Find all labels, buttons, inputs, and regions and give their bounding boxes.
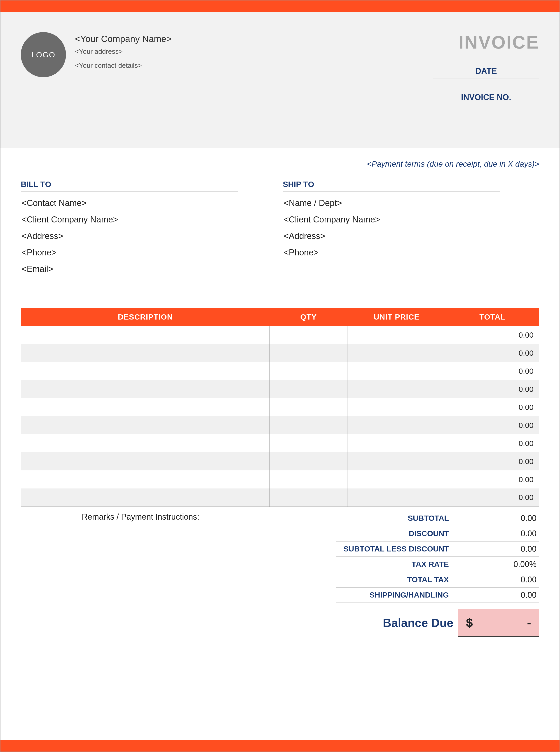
company-name: <Your Company Name> [75,34,172,44]
cell-total: 0.00 [446,398,539,416]
subtotal-label: SUBTOTAL [336,514,458,523]
bill-to-contact-name: <Contact Name> [21,198,238,208]
table-row: 0.00 [21,488,539,507]
ship-to-name: <Name / Dept> [283,198,500,208]
cell-total: 0.00 [446,452,539,470]
ship-to-address: <Address> [283,231,500,241]
col-total: TOTAL [446,308,539,326]
bottom-accent-bar [0,740,560,752]
totals-block: SUBTOTAL 0.00 DISCOUNT 0.00 SUBTOTAL LES… [336,511,539,636]
bill-to-heading: BILL TO [21,180,238,191]
cell-qty [270,398,347,416]
subtotal-less-discount-label: SUBTOTAL LESS DISCOUNT [336,545,458,553]
table-row: 0.00 [21,398,539,416]
tax-rate-label: TAX RATE [336,560,458,569]
cell-qty [270,470,347,488]
cell-description [21,452,270,470]
cell-unit-price [347,326,446,344]
col-qty: QTY [270,308,347,326]
shipping-row: SHIPPING/HANDLING 0.00 [336,588,539,603]
ship-to-phone: <Phone> [283,248,500,258]
balance-currency: $ [466,616,473,630]
cell-qty [270,488,347,507]
balance-label: Balance Due [336,616,458,630]
invoice-meta-block: INVOICE DATE INVOICE NO. [433,32,539,119]
cell-unit-price [347,488,446,507]
cell-description [21,398,270,416]
balance-value: - [527,616,531,630]
cell-qty [270,434,347,452]
cell-qty [270,380,347,398]
top-accent-bar [0,0,560,12]
cell-unit-price [347,380,446,398]
subtotal-less-discount-row: SUBTOTAL LESS DISCOUNT 0.00 [336,542,539,557]
cell-total: 0.00 [446,380,539,398]
remarks-label: Remarks / Payment Instructions: [21,511,336,636]
cell-total: 0.00 [446,416,539,434]
cell-qty [270,344,347,362]
cell-qty [270,362,347,380]
bill-to-phone: <Phone> [21,248,238,258]
cell-total: 0.00 [446,344,539,362]
cell-description [21,470,270,488]
items-header-row: DESCRIPTION QTY UNIT PRICE TOTAL [21,308,539,326]
bill-to-block: BILL TO <Contact Name> <Client Company N… [21,180,238,281]
cell-unit-price [347,398,446,416]
subtotal-value: 0.00 [458,513,539,523]
total-tax-row: TOTAL TAX 0.00 [336,572,539,588]
invoice-no-label: INVOICE NO. [433,93,539,105]
cell-qty [270,452,347,470]
addresses: BILL TO <Contact Name> <Client Company N… [21,180,539,281]
cell-description [21,344,270,362]
tax-rate-row: TAX RATE 0.00% [336,557,539,572]
discount-label: DISCOUNT [336,529,458,538]
logo-placeholder: LOGO [21,32,66,77]
cell-description [21,362,270,380]
date-label: DATE [433,66,539,79]
bill-to-email: <Email> [21,264,238,274]
discount-value: 0.00 [458,529,539,538]
table-row: 0.00 [21,380,539,398]
cell-description [21,380,270,398]
discount-row: DISCOUNT 0.00 [336,526,539,542]
cell-unit-price [347,470,446,488]
tax-rate-value: 0.00% [458,560,539,569]
bill-to-company: <Client Company Name> [21,215,238,224]
below-table: Remarks / Payment Instructions: SUBTOTAL… [21,511,539,636]
cell-unit-price [347,416,446,434]
subtotal-less-discount-value: 0.00 [458,544,539,554]
cell-description [21,434,270,452]
cell-unit-price [347,362,446,380]
bill-to-address: <Address> [21,231,238,241]
table-row: 0.00 [21,362,539,380]
table-row: 0.00 [21,434,539,452]
table-row: 0.00 [21,452,539,470]
cell-qty [270,416,347,434]
cell-description [21,326,270,344]
balance-value-box: $ - [458,609,539,636]
shipping-label: SHIPPING/HANDLING [336,591,458,599]
company-contact: <Your contact details> [75,62,172,69]
col-description: DESCRIPTION [21,308,270,326]
cell-total: 0.00 [446,434,539,452]
table-row: 0.00 [21,326,539,344]
total-tax-value: 0.00 [458,575,539,585]
company-text: <Your Company Name> <Your address> <Your… [75,32,172,119]
table-row: 0.00 [21,470,539,488]
ship-to-block: SHIP TO <Name / Dept> <Client Company Na… [283,180,500,281]
cell-total: 0.00 [446,326,539,344]
ship-to-company: <Client Company Name> [283,215,500,224]
cell-description [21,488,270,507]
items-table: DESCRIPTION QTY UNIT PRICE TOTAL 0.000.0… [21,308,539,507]
col-unit-price: UNIT PRICE [347,308,446,326]
cell-unit-price [347,452,446,470]
cell-total: 0.00 [446,470,539,488]
payment-terms: <Payment terms (due on receipt, due in X… [21,159,539,168]
invoice-title: INVOICE [433,32,539,53]
cell-unit-price [347,344,446,362]
cell-unit-price [347,434,446,452]
cell-total: 0.00 [446,488,539,507]
shipping-value: 0.00 [458,590,539,600]
table-row: 0.00 [21,344,539,362]
cell-total: 0.00 [446,362,539,380]
